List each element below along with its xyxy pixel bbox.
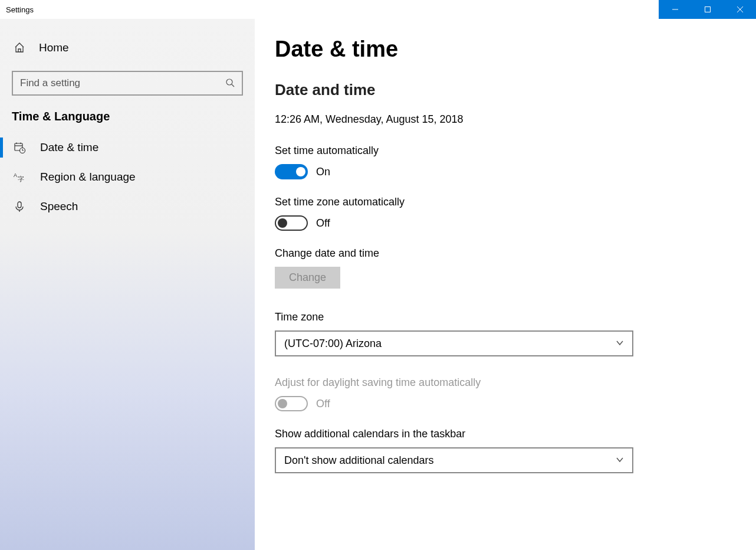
sidebar-item-date-time[interactable]: Date & time [0,133,255,162]
sidebar-item-region-language[interactable]: A 字 Region & language [0,162,255,192]
set-tz-auto-label: Set time zone automatically [275,196,756,208]
minimize-button[interactable] [659,0,691,19]
set-time-auto-label: Set time automatically [275,145,756,157]
close-button[interactable] [724,0,756,19]
change-button: Change [275,267,340,289]
window-controls [659,0,756,19]
svg-rect-1 [705,7,710,12]
page-title: Date & time [275,37,756,62]
svg-line-5 [232,84,234,87]
sidebar-item-label: Date & time [40,141,98,154]
change-datetime-label: Change date and time [275,247,756,260]
set-tz-auto-state: Off [316,217,330,230]
search-box[interactable] [12,71,243,96]
set-tz-auto-toggle[interactable] [275,215,308,231]
microphone-icon [13,201,26,212]
dst-toggle [275,396,308,411]
additional-calendars-group: Show additional calendars in the taskbar… [275,428,756,473]
set-time-auto-toggle[interactable] [275,164,308,179]
sidebar: Home Time & Language [0,19,255,550]
search-container [12,71,243,96]
svg-rect-15 [18,202,21,208]
toggle-knob [278,399,287,408]
set-tz-auto-row: Off [275,215,756,231]
main-content: Date & time Date and time 12:26 AM, Wedn… [255,19,756,550]
change-datetime-group: Change date and time Change [275,247,756,289]
svg-point-4 [226,79,232,85]
toggle-knob [296,167,305,176]
chevron-down-icon [616,454,624,467]
section-heading: Date and time [275,81,756,99]
minimize-icon [672,6,679,13]
toggle-knob [278,218,287,228]
home-icon [13,42,26,54]
set-time-auto-row: On [275,164,756,179]
close-icon [737,6,744,13]
language-icon: A 字 [13,171,26,183]
timezone-dropdown[interactable]: (UTC-07:00) Arizona [275,330,633,356]
additional-calendars-label: Show additional calendars in the taskbar [275,428,756,440]
dst-state: Off [316,398,330,410]
window-title: Settings [0,0,34,19]
sidebar-category: Time & Language [0,96,255,133]
search-input[interactable] [20,77,225,89]
home-nav[interactable]: Home [0,35,255,60]
maximize-icon [704,6,711,13]
sidebar-item-speech[interactable]: Speech [0,192,255,221]
timezone-value: (UTC-07:00) Arizona [284,338,382,350]
current-datetime: 12:26 AM, Wednesday, August 15, 2018 [275,113,756,126]
calendar-clock-icon [13,142,26,153]
chevron-down-icon [616,338,624,350]
timezone-label: Time zone [275,311,756,323]
sidebar-item-label: Region & language [40,171,136,184]
svg-text:A: A [14,172,17,178]
dst-label: Adjust for daylight saving time automati… [275,377,756,389]
home-label: Home [39,41,69,54]
set-time-auto-state: On [316,166,330,178]
search-icon [225,78,235,89]
additional-calendars-value: Don't show additional calendars [284,454,434,467]
content-container: Home Time & Language [0,19,756,550]
additional-calendars-dropdown[interactable]: Don't show additional calendars [275,447,633,473]
svg-text:字: 字 [18,175,24,182]
titlebar: Settings [0,0,756,19]
sidebar-item-label: Speech [40,200,78,213]
dst-row: Off [275,396,756,411]
timezone-group: Time zone (UTC-07:00) Arizona [275,311,756,356]
maximize-button[interactable] [691,0,724,19]
